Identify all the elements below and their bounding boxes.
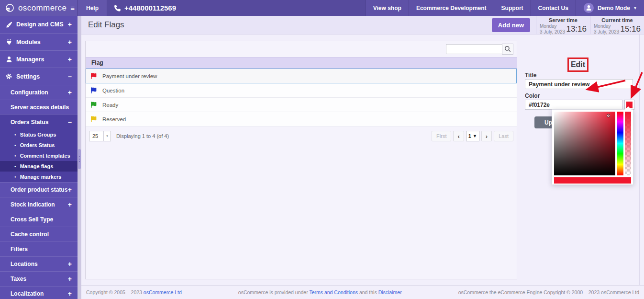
saturation-area[interactable] [554,112,615,175]
alpha-slider[interactable] [625,112,631,175]
hamburger-icon[interactable]: ≡ [70,4,75,12]
gear-icon [6,73,12,80]
selected-color-preview [554,177,631,184]
flag-title: Ready [102,102,118,108]
disclaimer-link[interactable]: Disclaimer [378,289,402,295]
sidebar-item-configuration[interactable]: Configuration + [0,85,78,100]
scrollbar-thumb[interactable] [78,149,81,169]
sidebar-item-label: Server access details [11,104,69,111]
sidebar-item-label: Order product status [11,186,67,193]
nav-support[interactable]: Support [494,0,531,16]
sidebar-item-orders-status[interactable]: Orders Status − [0,115,78,129]
chevron-down-icon: ▾ [103,131,111,141]
sidebar-item-manage-markers[interactable]: ● Manage markers [0,172,78,182]
sidebar-item-cache-control[interactable]: Cache control [0,227,78,242]
sidebar-item-manage-flags[interactable]: ● Manage flags [0,161,78,172]
bullet-icon: ● [14,154,16,157]
nav-view-shop[interactable]: View shop [366,0,409,16]
last-page-button[interactable]: Last [494,131,513,141]
page-size-value: 25 [89,131,103,141]
sidebar-item-taxes[interactable]: Taxes + [0,271,78,286]
paintbrush-icon [6,22,12,28]
logo[interactable]: v4 oscommerce ≡ [0,0,78,16]
sidebar-item-comment-templates[interactable]: ● Comment templates [0,150,78,161]
sidebar-scrollbar[interactable] [78,16,81,299]
sidebar-item-order-product-status[interactable]: Order product status + [0,182,78,197]
page-header: Edit Flags Add new Server time Monday 3 … [81,16,644,34]
phone-number[interactable]: +448000112569 [107,0,183,16]
search-input[interactable] [446,44,502,54]
hue-slider[interactable] [617,112,623,175]
flags-table-card: Flag Payment under review Question Ready… [85,41,517,279]
popup-notch [625,106,632,110]
nav-ecommerce-development[interactable]: Ecommerce Development [409,0,494,16]
page-size-select[interactable]: 25 ▾ [89,131,111,141]
oscommerce-admin-app: v4 oscommerce ≡ Help +448000112569 View … [0,0,644,299]
pagination-buttons: First ‹ 1 ▼ › Last [432,131,513,141]
footer-copyright: Copyright © 2005 – 2023 osCommerce Ltd [86,289,182,295]
sidebar-item-label: Manage flags [20,163,54,169]
help-button[interactable]: Help [78,0,107,16]
color-field[interactable] [525,100,622,110]
sidebar-item-managers[interactable]: Managers + [0,50,78,68]
table-row[interactable]: Payment under review [86,69,517,83]
table-row[interactable]: Question [86,83,517,98]
phone-icon [114,5,121,11]
topbar-spacer [183,0,366,16]
table-row[interactable]: Ready [86,98,517,112]
table-search-row [86,41,517,57]
prev-page-button[interactable]: ‹ [453,131,464,141]
sidebar-item-label: Orders Status [20,142,55,148]
user-menu[interactable]: Demo Mode ▾ [576,0,644,16]
terms-link[interactable]: Terms and Conditions [309,289,358,295]
bullet-icon: ● [14,175,16,178]
sidebar-item-label: Configuration [11,89,48,96]
expand-plus-icon: + [68,186,72,194]
server-time-date: Monday 3 July, 2023 [540,23,565,34]
chevron-down-icon: ▾ [634,5,636,11]
sidebar-item-label: Settings [16,73,40,80]
sidebar-item-filters[interactable]: Filters [0,242,78,256]
sidebar-item-server-access-details[interactable]: Server access details [0,100,78,115]
sidebar-item-label: Manage markers [20,174,62,180]
flag-title: Question [102,88,124,93]
title-field[interactable] [525,79,633,89]
page-number-select[interactable]: 1 ▼ [466,131,479,141]
sidebar-item-orders-status-sub[interactable]: ● Orders Status [0,140,78,150]
nav-contact-us[interactable]: Contact Us [531,0,576,16]
sidebar-item-status-groups[interactable]: ● Status Groups [0,129,78,140]
sidebar-item-locations[interactable]: Locations + [0,256,78,271]
flag-title: Reserved [102,116,126,122]
search-button[interactable] [502,44,513,55]
server-time-label: Server time [540,17,587,23]
footer-license: osCommerce is provided under Terms and C… [238,289,402,295]
add-new-button[interactable]: Add new [492,18,530,32]
user-label: Demo Mode [598,5,630,12]
expand-plus-icon: + [68,38,72,46]
next-page-button[interactable]: › [481,131,492,141]
sidebar-item-label: Localization [11,290,44,297]
sidebar-item-cross-sell-type[interactable]: Cross Sell Type [0,212,78,227]
table-row[interactable]: Reserved [86,112,517,126]
sidebar-item-design-and-cms[interactable]: Design and CMS + [0,16,78,33]
sidebar-item-modules[interactable]: Modules + [0,33,78,50]
pagination-row: 25 ▾ Displaying 1 to 4 (of 4) First ‹ 1 … [86,131,517,141]
first-page-button[interactable]: First [432,131,451,141]
server-time-value: 13:16 [566,24,587,34]
sidebar-item-label: Stock indication [11,201,55,208]
saturation-cursor[interactable] [607,114,610,117]
sidebar-item-settings[interactable]: Settings − [0,68,78,85]
sidebar-item-label: Cross Sell Type [11,216,53,223]
sidebar-item-label: Orders Status [11,119,48,126]
flag-icon [91,102,97,108]
logo-text: oscommerce [18,3,67,13]
oscommerce-ltd-link[interactable]: osCommerce Ltd [144,289,182,295]
expand-plus-icon: + [68,275,72,283]
sidebar-item-stock-indication[interactable]: Stock indication + [0,197,78,212]
current-time-value: 15:16 [620,24,641,34]
sidebar-item-label: Managers [16,56,44,63]
sidebar-item-localization[interactable]: Localization + [0,286,78,299]
user-avatar-icon [584,3,594,13]
server-time-block: Server time Monday 3 July, 2023 13:16 [536,16,590,34]
table-header-flag: Flag [86,57,517,69]
